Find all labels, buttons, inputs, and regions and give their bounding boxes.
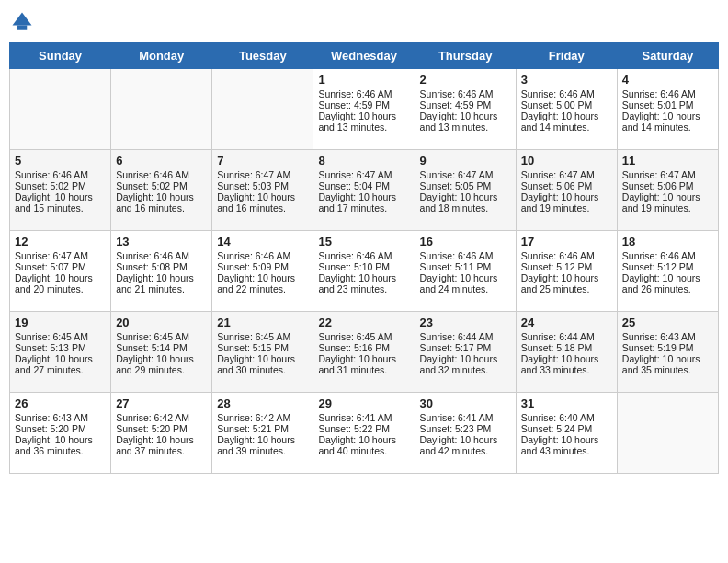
cell-content-line: and 27 minutes.: [15, 364, 106, 375]
day-number: 24: [521, 316, 612, 329]
calendar-cell: [111, 69, 212, 150]
cell-content-line: Daylight: 10 hours: [420, 272, 511, 283]
calendar-cell: 23Sunrise: 6:44 AMSunset: 5:17 PMDayligh…: [415, 312, 516, 393]
cell-content-line: and 13 minutes.: [420, 121, 511, 132]
cell-content-line: Daylight: 10 hours: [521, 353, 612, 364]
calendar-cell: 21Sunrise: 6:45 AMSunset: 5:15 PMDayligh…: [212, 312, 313, 393]
calendar-cell: 4Sunrise: 6:46 AMSunset: 5:01 PMDaylight…: [617, 69, 718, 150]
day-number: 31: [521, 396, 612, 410]
cell-content-line: Sunset: 5:18 PM: [521, 342, 612, 353]
calendar-header: SundayMondayTuesdayWednesdayThursdayFrid…: [10, 43, 719, 69]
cell-content-line: Sunset: 5:24 PM: [521, 423, 612, 434]
cell-content-line: Daylight: 10 hours: [420, 191, 511, 202]
calendar-cell: 24Sunrise: 6:44 AMSunset: 5:18 PMDayligh…: [516, 312, 617, 393]
weekday-header-wednesday: Wednesday: [313, 43, 415, 69]
weekday-header-saturday: Saturday: [617, 43, 718, 69]
cell-content-line: Sunrise: 6:46 AM: [420, 250, 511, 261]
calendar-cell: 9Sunrise: 6:47 AMSunset: 5:05 PMDaylight…: [415, 150, 516, 231]
calendar-cell: 10Sunrise: 6:47 AMSunset: 5:06 PMDayligh…: [516, 150, 617, 231]
calendar-cell: [212, 69, 313, 150]
cell-content-line: Sunrise: 6:47 AM: [622, 169, 713, 180]
cell-content-line: and 24 minutes.: [420, 283, 511, 294]
cell-content-line: Sunrise: 6:40 AM: [521, 412, 612, 423]
cell-content-line: Sunset: 5:06 PM: [521, 180, 612, 191]
day-number: 22: [318, 316, 409, 329]
calendar-cell: 1Sunrise: 6:46 AMSunset: 4:59 PMDaylight…: [313, 69, 415, 150]
calendar-cell: 16Sunrise: 6:46 AMSunset: 5:11 PMDayligh…: [415, 231, 516, 312]
weekday-header-row: SundayMondayTuesdayWednesdayThursdayFrid…: [10, 43, 719, 69]
calendar-cell: 14Sunrise: 6:46 AMSunset: 5:09 PMDayligh…: [212, 231, 313, 312]
logo: [9, 9, 39, 35]
cell-content-line: Sunset: 5:16 PM: [318, 342, 409, 353]
calendar-week-row: 5Sunrise: 6:46 AMSunset: 5:02 PMDaylight…: [10, 150, 719, 231]
cell-content-line: Sunset: 5:09 PM: [217, 261, 308, 272]
calendar-cell: 7Sunrise: 6:47 AMSunset: 5:03 PMDaylight…: [212, 150, 313, 231]
cell-content-line: and 43 minutes.: [521, 445, 612, 456]
calendar-cell: 20Sunrise: 6:45 AMSunset: 5:14 PMDayligh…: [111, 312, 212, 393]
cell-content-line: Sunrise: 6:44 AM: [521, 331, 612, 342]
cell-content-line: Sunset: 4:59 PM: [420, 99, 511, 110]
cell-content-line: Daylight: 10 hours: [217, 353, 308, 364]
calendar-cell: 13Sunrise: 6:46 AMSunset: 5:08 PMDayligh…: [111, 231, 212, 312]
calendar-cell: 11Sunrise: 6:47 AMSunset: 5:06 PMDayligh…: [617, 150, 718, 231]
cell-content-line: Daylight: 10 hours: [420, 110, 511, 121]
day-number: 18: [622, 235, 713, 248]
day-number: 15: [318, 235, 409, 248]
day-number: 19: [15, 316, 106, 329]
cell-content-line: Sunset: 5:23 PM: [420, 423, 511, 434]
cell-content-line: Daylight: 10 hours: [521, 110, 612, 121]
cell-content-line: Sunset: 5:17 PM: [420, 342, 511, 353]
calendar-cell: 2Sunrise: 6:46 AMSunset: 4:59 PMDaylight…: [415, 69, 516, 150]
cell-content-line: and 16 minutes.: [217, 202, 308, 213]
cell-content-line: Sunset: 5:15 PM: [217, 342, 308, 353]
cell-content-line: Sunset: 5:20 PM: [116, 423, 207, 434]
cell-content-line: Daylight: 10 hours: [521, 434, 612, 445]
cell-content-line: and 26 minutes.: [622, 283, 713, 294]
cell-content-line: and 17 minutes.: [318, 202, 409, 213]
cell-content-line: Sunset: 5:02 PM: [116, 180, 207, 191]
cell-content-line: Daylight: 10 hours: [622, 110, 713, 121]
cell-content-line: Sunrise: 6:43 AM: [622, 331, 713, 342]
calendar-cell: 5Sunrise: 6:46 AMSunset: 5:02 PMDaylight…: [10, 150, 111, 231]
calendar-cell: 28Sunrise: 6:42 AMSunset: 5:21 PMDayligh…: [212, 393, 313, 474]
cell-content-line: Sunset: 4:59 PM: [318, 99, 409, 110]
calendar-week-row: 19Sunrise: 6:45 AMSunset: 5:13 PMDayligh…: [10, 312, 719, 393]
cell-content-line: Sunrise: 6:47 AM: [318, 169, 409, 180]
calendar-cell: 31Sunrise: 6:40 AMSunset: 5:24 PMDayligh…: [516, 393, 617, 474]
cell-content-line: Daylight: 10 hours: [15, 191, 106, 202]
day-number: 9: [420, 154, 511, 167]
weekday-header-tuesday: Tuesday: [212, 43, 313, 69]
cell-content-line: Daylight: 10 hours: [217, 272, 308, 283]
day-number: 27: [116, 396, 207, 410]
cell-content-line: Sunrise: 6:44 AM: [420, 331, 511, 342]
day-number: 29: [318, 396, 409, 410]
cell-content-line: and 22 minutes.: [217, 283, 308, 294]
calendar-cell: [617, 393, 718, 474]
cell-content-line: and 37 minutes.: [116, 445, 207, 456]
cell-content-line: Sunset: 5:22 PM: [318, 423, 409, 434]
calendar-week-row: 26Sunrise: 6:43 AMSunset: 5:20 PMDayligh…: [10, 393, 719, 474]
day-number: 25: [622, 316, 713, 329]
cell-content-line: Sunrise: 6:45 AM: [116, 331, 207, 342]
cell-content-line: and 31 minutes.: [318, 364, 409, 375]
cell-content-line: Sunset: 5:03 PM: [217, 180, 308, 191]
day-number: 11: [622, 154, 713, 167]
cell-content-line: Daylight: 10 hours: [116, 434, 207, 445]
cell-content-line: Daylight: 10 hours: [116, 191, 207, 202]
calendar-cell: 15Sunrise: 6:46 AMSunset: 5:10 PMDayligh…: [313, 231, 415, 312]
day-number: 23: [420, 316, 511, 329]
cell-content-line: Sunset: 5:07 PM: [15, 261, 106, 272]
calendar-week-row: 1Sunrise: 6:46 AMSunset: 4:59 PMDaylight…: [10, 69, 719, 150]
cell-content-line: and 20 minutes.: [15, 283, 106, 294]
cell-content-line: Daylight: 10 hours: [15, 272, 106, 283]
day-number: 14: [217, 235, 308, 248]
cell-content-line: Daylight: 10 hours: [318, 353, 409, 364]
day-number: 4: [622, 73, 713, 86]
cell-content-line: Sunrise: 6:47 AM: [15, 250, 106, 261]
cell-content-line: and 19 minutes.: [521, 202, 612, 213]
cell-content-line: and 33 minutes.: [521, 364, 612, 375]
cell-content-line: Daylight: 10 hours: [217, 191, 308, 202]
calendar-table: SundayMondayTuesdayWednesdayThursdayFrid…: [9, 42, 719, 474]
day-number: 30: [420, 396, 511, 410]
cell-content-line: Daylight: 10 hours: [622, 272, 713, 283]
